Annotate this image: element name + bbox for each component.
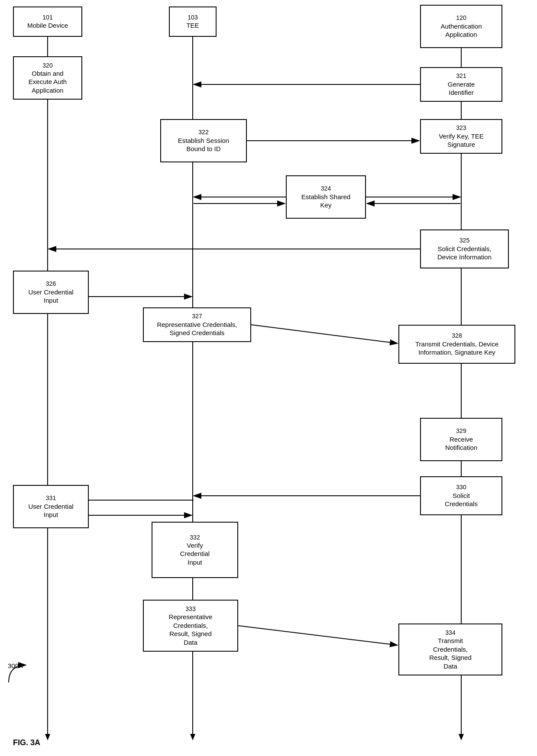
box-label-b103: TEE [186, 21, 199, 30]
box-label-b332: VerifyCredentialInput [180, 541, 210, 567]
box-b326: 326User CredentialInput [13, 271, 89, 314]
box-b330: 330SolicitCredentials [420, 476, 502, 515]
box-label-b120: AuthenticationApplication [440, 22, 482, 39]
box-b103: 103TEE [169, 6, 217, 37]
box-label-b324: Establish SharedKey [301, 193, 350, 210]
box-num-b323: 323 [456, 124, 466, 132]
box-num-b325: 325 [459, 236, 469, 244]
box-label-b323: Verify Key, TEESignature [439, 132, 484, 149]
box-num-b330: 330 [456, 483, 466, 491]
box-b327: 327Representative Credentials,Signed Cre… [143, 307, 251, 342]
box-num-b103: 103 [188, 13, 197, 21]
box-label-b328: Transmit Credentials, DeviceInformation,… [415, 340, 498, 357]
box-b321: 321GenerateIdentifier [420, 67, 502, 102]
box-b325: 325Solicit Credentials,Device Informatio… [420, 229, 509, 268]
box-label-b320: Obtain andExecute AuthApplication [29, 69, 67, 95]
box-label-b333: RepresentativeCredentials,Result, Signed… [169, 613, 213, 646]
box-label-b322: Establish SessionBound to ID [178, 136, 229, 153]
corner-arrow-svg [4, 661, 30, 687]
box-b120: 120AuthenticationApplication [420, 5, 502, 48]
box-label-b101: Mobile Device [27, 21, 68, 30]
fig-label: FIG. 3A [13, 738, 40, 747]
box-num-b334: 334 [445, 629, 455, 636]
box-b320: 320Obtain andExecute AuthApplication [13, 56, 82, 100]
box-b329: 329ReceiveNotification [420, 418, 502, 461]
box-num-b328: 328 [452, 332, 462, 339]
box-num-b332: 332 [190, 533, 200, 541]
box-label-b329: ReceiveNotification [445, 435, 477, 452]
box-num-b333: 333 [185, 605, 195, 613]
svg-line-20 [238, 626, 398, 645]
box-num-b331: 331 [46, 494, 56, 502]
box-label-b334: TransmitCredentials,Result, SignedData [429, 636, 472, 670]
box-num-b326: 326 [46, 280, 56, 288]
box-num-b327: 327 [192, 312, 202, 320]
box-num-b322: 322 [198, 128, 208, 136]
svg-line-16 [251, 325, 398, 343]
box-num-b101: 101 [42, 13, 52, 21]
box-b324: 324Establish SharedKey [286, 175, 366, 219]
box-label-b327: Representative Credentials,Signed Creden… [157, 320, 237, 337]
box-label-b325: Solicit Credentials,Device Information [437, 245, 492, 262]
svg-marker-5 [190, 734, 195, 740]
box-label-b330: SolicitCredentials [445, 491, 478, 508]
svg-marker-7 [459, 734, 464, 740]
box-label-b321: GenerateIdentifier [448, 80, 475, 97]
box-b322: 322Establish SessionBound to ID [160, 119, 247, 162]
box-b101: 101Mobile Device [13, 6, 82, 37]
diagram: 101Mobile Device103TEE120AuthenticationA… [0, 0, 537, 756]
box-num-b329: 329 [456, 427, 466, 435]
box-b333: 333RepresentativeCredentials,Result, Sig… [143, 600, 238, 652]
box-b323: 323Verify Key, TEESignature [420, 119, 502, 154]
box-b332: 332VerifyCredentialInput [152, 522, 238, 578]
box-b334: 334TransmitCredentials,Result, SignedDat… [398, 624, 502, 675]
box-num-b321: 321 [456, 72, 466, 80]
svg-marker-3 [45, 734, 50, 740]
box-num-b320: 320 [42, 61, 52, 69]
box-b331: 331User CredentialInput [13, 485, 89, 528]
box-num-b120: 120 [456, 14, 466, 22]
box-num-b324: 324 [321, 184, 331, 192]
box-b328: 328Transmit Credentials, DeviceInformati… [398, 325, 515, 364]
box-label-b326: User CredentialInput [28, 288, 73, 305]
box-label-b331: User CredentialInput [28, 502, 73, 519]
